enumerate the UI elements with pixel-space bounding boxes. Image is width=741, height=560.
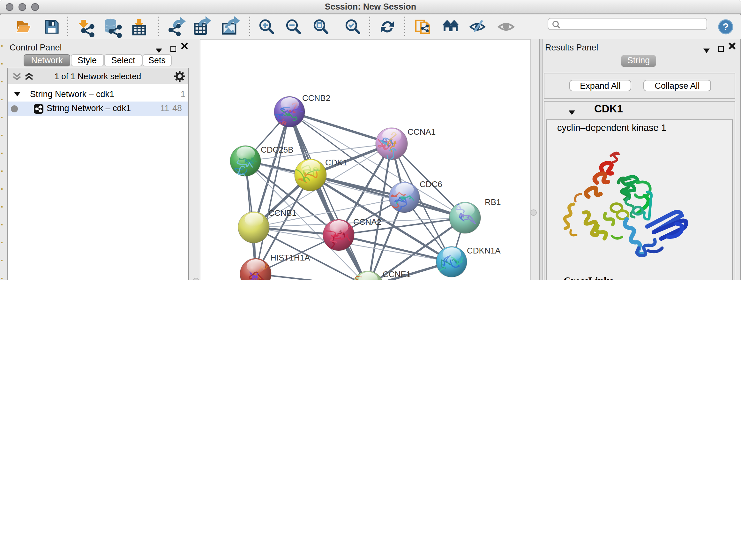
svg-text:CCNA1: CCNA1 xyxy=(407,127,435,137)
svg-text:CDK1: CDK1 xyxy=(325,158,347,167)
svg-text:CDC25B: CDC25B xyxy=(260,145,293,154)
svg-text:CCNB2: CCNB2 xyxy=(302,93,330,103)
svg-text:RB1: RB1 xyxy=(484,197,501,207)
svg-text:CDKN1A: CDKN1A xyxy=(467,246,500,255)
svg-text:CDC6: CDC6 xyxy=(419,179,442,189)
svg-text:CCNA2: CCNA2 xyxy=(353,217,381,227)
svg-text:CCNE1: CCNE1 xyxy=(382,269,410,279)
svg-text:HIST1H1A: HIST1H1A xyxy=(270,253,310,262)
svg-text:?: ? xyxy=(723,21,729,33)
svg-text:CCNB1: CCNB1 xyxy=(268,208,296,218)
